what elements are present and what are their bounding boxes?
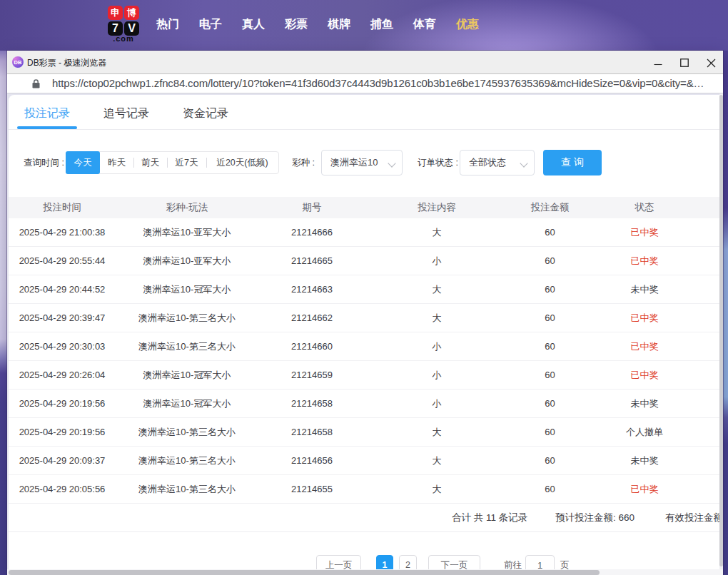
cell-status: 个人撤单	[592, 418, 697, 446]
cell-bet-amount: 60	[508, 361, 592, 389]
cell-period: 21214658	[258, 390, 365, 417]
time-range-option[interactable]: 近20天(低频)	[206, 152, 278, 173]
lottery-page: 投注记录 追号记录 资金记录 查询时间 : 今天 昨天 前天	[7, 93, 723, 575]
cell-period: 21214655	[258, 475, 365, 503]
tab[interactable]: 追号记录	[96, 95, 156, 129]
close-icon	[707, 58, 716, 68]
vertical-scrollbar[interactable]	[719, 93, 723, 569]
cell-bet-content: 大	[365, 218, 508, 246]
logo-red-box-2: 博	[124, 6, 139, 20]
cell-bet-content: 大	[365, 275, 508, 303]
lottery-filter-label: 彩种 :	[292, 150, 315, 175]
logo-black-box-2: V	[124, 21, 139, 36]
window-close-button[interactable]	[700, 52, 722, 73]
cell-bet-amount: 60	[508, 332, 592, 360]
cell-bet-content: 小	[365, 247, 508, 275]
table-row: 2025-04-29 20:30:03 澳洲幸运10-第三名大小 2121466…	[9, 332, 723, 361]
cell-bet-time: 2025-04-29 20:55:44	[9, 247, 116, 275]
chevron-down-icon	[521, 161, 527, 167]
order-status-select[interactable]: 全部状态	[460, 150, 535, 175]
cell-bet-time: 2025-04-29 21:00:38	[9, 218, 116, 246]
cell-period: 21214656	[258, 447, 365, 474]
cell-status: 已中奖	[592, 332, 697, 360]
site-background-right	[723, 51, 728, 575]
nav-item[interactable]: 捕鱼	[360, 17, 403, 32]
cell-period: 21214665	[258, 247, 365, 275]
table-row: 2025-04-29 20:19:56 澳洲幸运10-第三名大小 2121465…	[9, 418, 723, 447]
summary-valid-amount: 有效投注金额: 660	[665, 504, 723, 532]
cell-bet-time: 2025-04-29 20:26:04	[9, 361, 116, 389]
column-header-status: 状态	[592, 197, 697, 218]
time-range-option[interactable]: 近7天	[167, 152, 206, 173]
cell-status: 已中奖	[592, 361, 697, 389]
tab[interactable]: 投注记录	[17, 95, 77, 129]
column-header-lottery-play: 彩种-玩法	[116, 197, 258, 218]
cell-period: 21214666	[258, 218, 365, 246]
site-nav: 热门 电子 真人 彩票 棋牌 捕鱼 体育 优惠	[146, 17, 489, 32]
cell-bet-amount: 60	[508, 218, 592, 246]
window-title: DB彩票 - 极速浏览器	[27, 51, 106, 75]
table-row: 2025-04-29 20:09:37 澳洲幸运10-第三名大小 2121465…	[9, 447, 723, 475]
nav-item[interactable]: 热门	[146, 17, 189, 32]
order-status-value: 全部状态	[469, 151, 506, 175]
column-header-period: 期号	[258, 197, 365, 218]
window-titlebar: DB DB彩票 - 极速浏览器	[7, 51, 723, 74]
cell-period: 21214660	[258, 332, 365, 360]
cell-bet-amount: 60	[508, 418, 592, 446]
nav-item[interactable]: 体育	[403, 17, 446, 32]
cell-bet-time: 2025-04-29 20:30:03	[9, 332, 116, 360]
cell-bet-content: 大	[365, 475, 508, 503]
cell-status: 已中奖	[592, 218, 697, 246]
cell-lottery-play: 澳洲幸运10-第三名大小	[116, 418, 258, 446]
nav-item[interactable]: 真人	[232, 17, 275, 32]
cell-bet-content: 小	[365, 361, 508, 389]
tab[interactable]: 资金记录	[176, 95, 236, 129]
time-range-option[interactable]: 前天	[133, 152, 167, 173]
time-filter-label: 查询时间 :	[24, 150, 64, 175]
cell-status: 未中奖	[592, 390, 697, 417]
order-status-label: 订单状态 :	[418, 150, 458, 175]
table-row: 2025-04-29 21:00:38 澳洲幸运10-亚军大小 21214666…	[9, 218, 723, 247]
site-logo[interactable]: 申 博 7 V .com	[107, 6, 140, 42]
table-row: 2025-04-29 20:39:47 澳洲幸运10-第三名大小 2121466…	[9, 304, 723, 332]
cell-period: 21214659	[258, 361, 365, 389]
browser-urlbar[interactable]: https://ctop02pchwp1.zfnc84.com/lottery/…	[7, 74, 723, 93]
cell-bet-content: 小	[365, 332, 508, 360]
site-background-left	[0, 51, 7, 575]
cell-lottery-play: 澳洲幸运10-冠军大小	[116, 275, 258, 303]
lottery-select[interactable]: 澳洲幸运10	[321, 150, 403, 175]
lock-icon	[32, 79, 40, 88]
query-button[interactable]: 查询	[543, 150, 602, 175]
nav-item[interactable]: 棋牌	[318, 17, 360, 32]
time-range-group: 今天 昨天 前天 近7天 近20天(低频)	[66, 151, 279, 174]
cell-period: 21214658	[258, 418, 365, 446]
window-minimize-button[interactable]	[647, 52, 669, 73]
minimize-icon	[654, 58, 662, 67]
cell-bet-amount: 60	[508, 390, 592, 417]
cell-status: 未中奖	[592, 447, 697, 474]
record-tabs: 投注记录 追号记录 资金记录	[9, 95, 723, 130]
url-text[interactable]: https://ctop02pchwp1.zfnc84.com/lottery/…	[52, 74, 717, 92]
cell-bet-amount: 60	[508, 304, 592, 332]
cell-bet-content: 大	[365, 418, 508, 446]
cell-lottery-play: 澳洲幸运10-第三名大小	[116, 304, 258, 332]
nav-item[interactable]: 优惠	[446, 17, 489, 32]
vertical-scrollbar-thumb[interactable]	[719, 95, 723, 566]
nav-item[interactable]: 彩票	[275, 17, 318, 32]
time-range-option[interactable]: 今天	[66, 151, 100, 174]
cell-lottery-play: 澳洲幸运10-第三名大小	[116, 447, 258, 474]
column-header-bet-amount: 投注金额	[508, 197, 592, 218]
summary-total-records: 合计 共 11 条记录	[452, 504, 527, 532]
horizontal-scrollbar[interactable]	[7, 569, 723, 575]
table-body: 2025-04-29 21:00:38 澳洲幸运10-亚军大小 21214666…	[9, 218, 723, 504]
cell-lottery-play: 澳洲幸运10-亚军大小	[116, 247, 258, 275]
browser-window: DB DB彩票 - 极速浏览器 https://ctop02pchwp1.zfn…	[7, 51, 723, 575]
time-range-option[interactable]: 昨天	[100, 152, 133, 173]
logo-domain: .com	[107, 36, 140, 42]
table-header-row: 投注时间 彩种-玩法 期号 投注内容 投注金额 状态	[9, 197, 723, 218]
nav-item[interactable]: 电子	[189, 17, 232, 32]
horizontal-scrollbar-thumb[interactable]	[9, 570, 600, 575]
tab-label: 资金记录	[183, 107, 228, 119]
window-maximize-button[interactable]	[674, 52, 695, 73]
cell-bet-amount: 60	[508, 475, 592, 503]
